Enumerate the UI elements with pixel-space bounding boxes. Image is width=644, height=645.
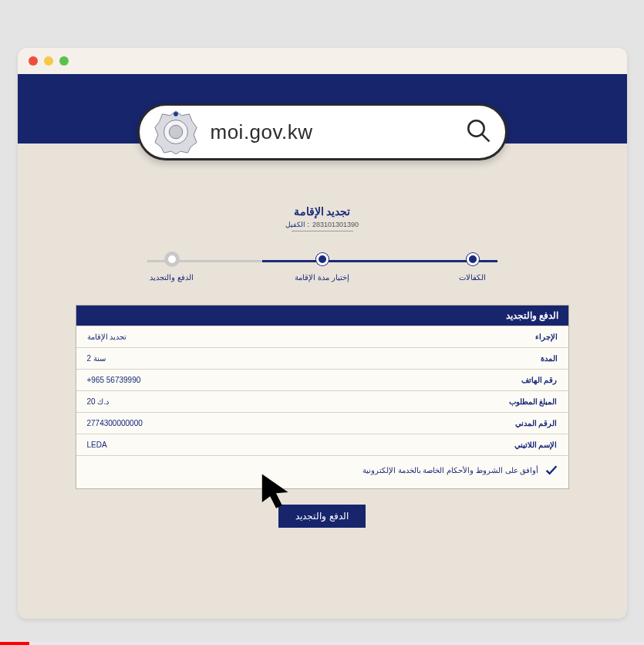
step-label: إختيار مدة الإقامة <box>295 273 349 282</box>
terms-row[interactable]: أوافق على الشروط والأحكام الخاصة بالخدمة… <box>76 455 568 488</box>
table-row: المدة 2 سنة <box>76 347 568 369</box>
row-value: تجديد الإقامة <box>87 333 127 341</box>
header-band: moi.gov.kw <box>18 74 627 144</box>
step-label: الدفع والتجديد <box>150 273 194 282</box>
sponsor-line: الكفيل : 283101301390 <box>285 221 359 228</box>
close-dot-icon[interactable] <box>29 56 38 66</box>
row-label: الرقم المدني <box>515 419 558 427</box>
row-value: 20 د.ك <box>87 397 110 406</box>
sponsor-id: 283101301390 <box>312 221 359 228</box>
table-row: رقم الهاتف +965 56739990 <box>76 369 568 390</box>
step-current: الدفع والتجديد <box>141 253 203 282</box>
title-underline <box>292 231 353 231</box>
payment-panel: الدفع والتجديد الإجراء تجديد الإقامة الم… <box>76 305 569 489</box>
address-bar[interactable]: moi.gov.kw <box>137 103 507 160</box>
svg-point-2 <box>169 125 182 138</box>
svg-point-4 <box>468 120 484 136</box>
submit-button[interactable]: الدفع والتجديد <box>278 505 365 528</box>
table-row: الإجراء تجديد الإقامة <box>76 326 568 347</box>
check-icon[interactable] <box>545 464 558 476</box>
table-row: الإسم اللاتيني LEDA <box>76 434 568 455</box>
step-label: الكفالات <box>459 273 486 282</box>
step-dot-icon <box>316 253 329 265</box>
step-dot-icon <box>467 253 479 265</box>
step-done[interactable]: إختيار مدة الإقامة <box>292 253 353 282</box>
minimize-dot-icon[interactable] <box>44 56 53 66</box>
browser-window: moi.gov.kw تجديد الإقامة الكفيل : 283101… <box>18 48 627 619</box>
row-label: الإسم اللاتيني <box>514 441 558 449</box>
row-value: 2774300000000 <box>87 419 143 427</box>
svg-point-3 <box>174 112 178 117</box>
row-label: الإجراء <box>535 333 558 341</box>
stepper: الدفع والتجديد إختيار مدة الإقامة الكفال… <box>141 253 504 282</box>
search-icon[interactable] <box>465 117 491 147</box>
page-title: تجديد الإقامة <box>294 205 351 218</box>
sponsor-label: الكفيل : <box>285 221 309 228</box>
table-row: الرقم المدني 2774300000000 <box>76 412 568 434</box>
row-value: +965 56739990 <box>87 376 141 384</box>
step-done[interactable]: الكفالات <box>442 253 504 282</box>
maximize-dot-icon[interactable] <box>59 56 69 66</box>
table-row: المبلغ المطلوب 20 د.ك <box>76 390 568 412</box>
moi-logo-icon <box>153 110 198 154</box>
url-text: moi.gov.kw <box>211 120 453 144</box>
row-label: المبلغ المطلوب <box>509 397 558 406</box>
stage: moi.gov.kw تجديد الإقامة الكفيل : 283101… <box>0 0 644 645</box>
player-track[interactable] <box>0 642 644 645</box>
row-value: 2 سنة <box>87 354 106 363</box>
player-progress[interactable] <box>0 642 29 645</box>
row-label: المدة <box>541 354 558 363</box>
row-value: LEDA <box>87 441 107 449</box>
page-content: تجديد الإقامة الكفيل : 283101301390 الدف… <box>18 144 627 619</box>
step-dot-icon <box>166 253 178 265</box>
row-label: رقم الهاتف <box>521 376 558 384</box>
window-titlebar <box>18 48 627 74</box>
terms-text: أوافق على الشروط والأحكام الخاصة بالخدمة… <box>362 466 539 474</box>
panel-header: الدفع والتجديد <box>76 306 568 326</box>
svg-line-5 <box>482 134 489 141</box>
